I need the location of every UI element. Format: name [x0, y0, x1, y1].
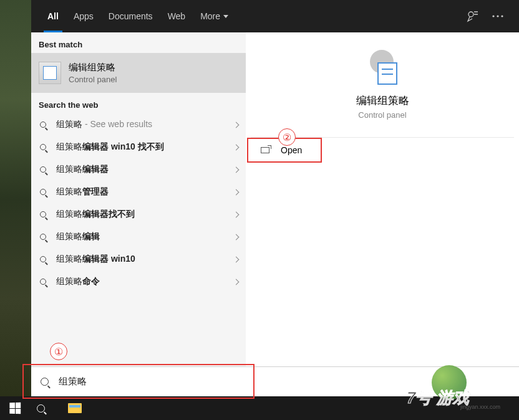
svg-point-0: [468, 12, 473, 17]
web-result-item[interactable]: 组策略 - See web results: [31, 113, 246, 136]
chevron-right-icon: [233, 122, 240, 128]
search-query-text: 组策略: [59, 376, 87, 388]
search-icon: [39, 232, 47, 241]
chevron-right-icon: [233, 279, 240, 285]
callout-2: ②: [278, 128, 296, 146]
search-icon: [39, 210, 47, 219]
chevron-right-icon: [233, 166, 240, 173]
gpedit-large-icon: [365, 50, 400, 85]
options-button[interactable]: [485, 4, 510, 29]
taskbar-search-button[interactable]: [30, 396, 60, 420]
search-icon: [40, 378, 49, 386]
desktop-background: [0, 0, 31, 399]
search-main-area: Best match 编辑组策略 Control panel Search th…: [31, 32, 519, 399]
web-result-text: 组策略管理器: [56, 186, 234, 198]
open-label: Open: [281, 145, 302, 155]
web-result-item[interactable]: 组策略管理器: [31, 181, 246, 203]
web-result-item[interactable]: 组策略编辑器找不到: [31, 203, 246, 226]
search-icon: [39, 120, 47, 129]
search-icon: [39, 143, 47, 151]
detail-subtitle: Control panel: [358, 110, 406, 120]
web-result-text: 组策略编辑: [56, 231, 234, 242]
web-result-text: 组策略编辑器 win10 找不到: [56, 141, 234, 153]
start-button[interactable]: [0, 396, 30, 420]
callout-1: ①: [50, 343, 67, 360]
search-web-header: Search the web: [31, 93, 246, 113]
web-result-item[interactable]: 组策略编辑器 win10: [31, 248, 246, 270]
web-result-text: 组策略编辑器: [56, 164, 234, 175]
web-result-item[interactable]: 组策略编辑: [31, 226, 246, 248]
search-icon: [36, 404, 45, 413]
folder-icon: [68, 403, 82, 413]
tab-more-label: More: [200, 11, 220, 21]
ellipsis-icon: [492, 15, 503, 17]
best-match-item[interactable]: 编辑组策略 Control panel: [31, 53, 246, 93]
search-icon: [39, 165, 47, 174]
gpedit-icon: [39, 62, 61, 84]
web-result-text: 组策略编辑器找不到: [56, 209, 234, 220]
best-match-header: Best match: [31, 32, 246, 53]
tab-more[interactable]: More: [193, 0, 236, 32]
web-result-text: 组策略编辑器 win10: [56, 254, 234, 265]
chevron-right-icon: [233, 144, 240, 150]
windows-search-panel: All Apps Documents Web More Best match: [31, 0, 519, 399]
tab-documents[interactable]: Documents: [101, 0, 160, 32]
web-result-text: 组策略 - See web results: [56, 119, 234, 130]
search-icon: [39, 277, 47, 286]
chevron-right-icon: [233, 189, 240, 195]
search-input-box[interactable]: 组策略: [31, 366, 519, 396]
web-result-item[interactable]: 组策略编辑器 win10 找不到: [31, 136, 246, 158]
web-result-text: 组策略命令: [56, 276, 234, 287]
feedback-icon: [467, 10, 479, 22]
detail-column: 编辑组策略 Control panel Open: [246, 32, 519, 399]
chevron-down-icon: [223, 15, 228, 18]
search-icon: [39, 255, 47, 264]
taskbar: [0, 396, 519, 420]
tab-all[interactable]: All: [40, 0, 66, 32]
open-icon: [261, 147, 269, 153]
svg-point-2: [497, 15, 498, 17]
web-result-item[interactable]: 组策略编辑器: [31, 158, 246, 181]
tab-web[interactable]: Web: [160, 0, 193, 32]
chevron-right-icon: [233, 234, 240, 240]
best-match-subtitle: Control panel: [69, 75, 117, 84]
best-match-title: 编辑组策略: [69, 62, 117, 74]
detail-hero: 编辑组策略 Control panel: [251, 32, 514, 138]
chevron-right-icon: [233, 256, 240, 262]
web-result-item[interactable]: 组策略命令: [31, 270, 246, 293]
svg-point-3: [501, 15, 503, 17]
search-tabs-bar: All Apps Documents Web More: [31, 0, 519, 32]
windows-logo-icon: [9, 403, 21, 414]
svg-point-1: [492, 15, 494, 17]
detail-title: 编辑组策略: [356, 93, 409, 108]
search-icon: [39, 188, 47, 196]
taskbar-explorer-button[interactable]: [60, 396, 90, 420]
tab-apps[interactable]: Apps: [66, 0, 101, 32]
chevron-right-icon: [233, 211, 240, 217]
feedback-button[interactable]: [460, 4, 485, 29]
